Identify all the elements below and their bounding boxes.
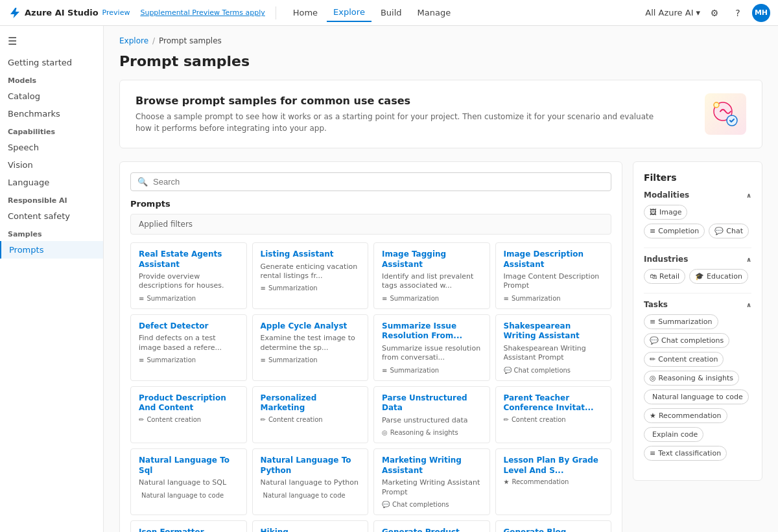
tag-icon: ✏ [139,416,144,423]
task-chip[interactable]: ★Recommendation [644,408,727,423]
tag-icon: ≡ [382,367,387,374]
task-chip[interactable]: ✏Content creation [644,352,724,367]
tag-label: Summarization [390,295,439,302]
sidebar-item-getting-started[interactable]: Getting started [0,54,103,71]
prompt-card[interactable]: Natural Language To Sql Natural language… [130,448,247,515]
nav-build[interactable]: Build [374,4,408,21]
chip-icon: ◎ [650,374,656,382]
brand-name: Azure AI Studio [25,8,99,17]
prompt-card[interactable]: Parse Unstructured Data Parse unstructur… [373,386,490,443]
prompt-card[interactable]: Generate Product Description Generate pr… [373,520,490,532]
chip-label: Education [707,272,742,281]
tag-icon: ✏ [504,416,509,423]
tag-label: Natural language to code [263,492,346,499]
prompt-card[interactable]: Generate Blog Generate blog ✏ Content cr… [495,520,612,532]
filter-section-modalities: Modalities ∧ 🖼Image≡Completion💬Chat [644,191,751,238]
prompt-card[interactable]: Parent Teacher Conference Invitat... ✏ C… [495,386,612,443]
modality-chip[interactable]: ≡Completion [644,224,705,238]
breadcrumb-current: Prompt samples [159,36,222,45]
modality-chip[interactable]: 🖼Image [644,205,687,220]
prompt-card[interactable]: Listing Assistant Generate enticing vaca… [252,242,369,309]
tag-icon: ≡ [139,295,144,302]
task-chip[interactable]: Explain code [644,427,703,442]
nav-manage[interactable]: Manage [411,4,458,21]
prompts-panel: 🔍 Prompts Applied filters Real Estate Ag… [119,161,622,532]
breadcrumb-explore[interactable]: Explore [119,36,148,45]
modalities-chevron-icon: ∧ [746,192,751,199]
prompt-card[interactable]: Image Description Assistant Image Conten… [495,242,612,309]
prompt-card[interactable]: Product Description And Content ✏ Conten… [130,386,247,443]
sidebar-item-content-safety[interactable]: Content safety [0,207,103,225]
sidebar-item-vision[interactable]: Vision [0,156,103,174]
supplemental-link[interactable]: Supplemental Preview Terms apply [140,8,265,17]
prompt-card[interactable]: Natural Language To Python Natural langu… [252,448,369,515]
modality-chip[interactable]: 💬Chat [709,224,749,238]
prompt-card-title: Natural Language To Python [261,456,360,476]
prompt-card[interactable]: Image Tagging Assistant Identify and lis… [373,242,490,309]
sidebar-item-language[interactable]: Language [0,174,103,191]
nav-explore[interactable]: Explore [327,3,371,22]
hero-illustration [705,93,746,135]
industry-chip[interactable]: 🛍Retail [644,269,685,284]
prompt-card-tag: ≡ Summarization [504,295,604,302]
scope-selector[interactable]: All Azure AI ▾ [645,8,700,17]
prompt-card-tag: ★ Recommendation [504,478,604,485]
prompt-card-title: Generate Blog [504,527,604,532]
sidebar-section-samples: Samples [0,225,103,241]
prompt-card-title: Personalized Marketing [261,393,360,413]
prompt-card[interactable]: Defect Detector Find defects on a test i… [130,314,247,381]
main-content: Explore / Prompt samples Prompt samples … [104,26,778,532]
sidebar-section-responsible-ai: Responsible AI [0,191,103,207]
prompt-card[interactable]: Marketing Writing Assistant Marketing Wr… [373,448,490,515]
chip-icon: ✏ [650,355,655,364]
task-chip[interactable]: 💬Chat completions [644,333,729,348]
filter-section-tasks: Tasks ∧ ≡Summarization💬Chat completions✏… [644,300,751,461]
prompt-card-title: Product Description And Content [139,393,239,413]
filter-section-industries: Industries ∧ 🛍Retail🎓Education [644,255,751,284]
prompt-card[interactable]: Json Formatter Assistant JSON Formatter … [130,520,247,532]
prompt-card-title: Defect Detector [139,321,239,332]
tag-icon: ◎ [382,429,388,436]
chip-label: Reasoning & insights [659,374,733,382]
prompt-card[interactable]: Summarize Issue Resolution From... Summa… [373,314,490,381]
avatar[interactable]: MH [752,4,770,22]
hero-text: Browse prompt samples for common use cas… [136,95,654,134]
search-input[interactable] [153,177,604,187]
brand-logo: Azure AI Studio Preview [8,6,130,19]
task-chip[interactable]: ◎Reasoning & insights [644,371,739,386]
hamburger-menu-btn[interactable]: ☰ [0,31,103,51]
sidebar-item-prompts[interactable]: Prompts [0,241,103,259]
settings-icon[interactable]: ⚙ [705,4,724,22]
tag-label: Summarization [268,284,318,292]
task-chip[interactable]: ≡Summarization [644,314,718,329]
industry-chip[interactable]: 🎓Education [689,269,748,284]
sidebar-item-benchmarks[interactable]: Benchmarks [0,105,103,122]
sidebar-section-models: Models [0,71,103,87]
task-chip[interactable]: Natural language to code [644,389,749,404]
chip-label: Text classification [658,449,721,457]
chip-label: Recommendation [659,411,722,420]
prompt-card-title: Parse Unstructured Data [382,393,482,413]
sidebar-item-catalog[interactable]: Catalog [0,87,103,105]
prompt-card-title: Real Estate Agents Assistant [139,249,239,270]
prompt-card-desc: Find defects on a test image based a ref… [139,334,239,353]
help-icon[interactable]: ? [729,4,747,22]
prompt-card[interactable]: Personalized Marketing ✏ Content creatio… [252,386,369,443]
chip-label: Chat completions [661,336,724,345]
sidebar-item-speech[interactable]: Speech [0,139,103,156]
content-row: 🔍 Prompts Applied filters Real Estate Ag… [119,161,762,532]
prompt-card-desc: Marketing Writing Assistant Prompt [382,478,482,497]
prompt-card-desc: Summarize issue resolution from conversa… [382,344,482,363]
prompt-card[interactable]: Apple Cycle Analyst Examine the test ima… [252,314,369,381]
nav-home[interactable]: Home [287,4,324,21]
breadcrumb-separator: / [152,36,155,45]
prompt-card-desc: Natural language to SQL [139,478,239,487]
prompt-card[interactable]: Shakespearean Writing Assistant Shakespe… [495,314,612,381]
tag-icon: ≡ [261,284,266,292]
prompt-card[interactable]: Real Estate Agents Assistant Provide ove… [130,242,247,309]
task-chip[interactable]: ≡Text classification [644,446,727,461]
chip-label: Natural language to code [652,393,743,401]
prompt-card-tag: ✏ Content creation [504,416,604,423]
prompt-card[interactable]: Lesson Plan By Grade Level And S... ★ Re… [495,448,612,515]
prompt-card[interactable]: Hiking Recommendations Chatbot Hiking Re… [252,520,369,532]
